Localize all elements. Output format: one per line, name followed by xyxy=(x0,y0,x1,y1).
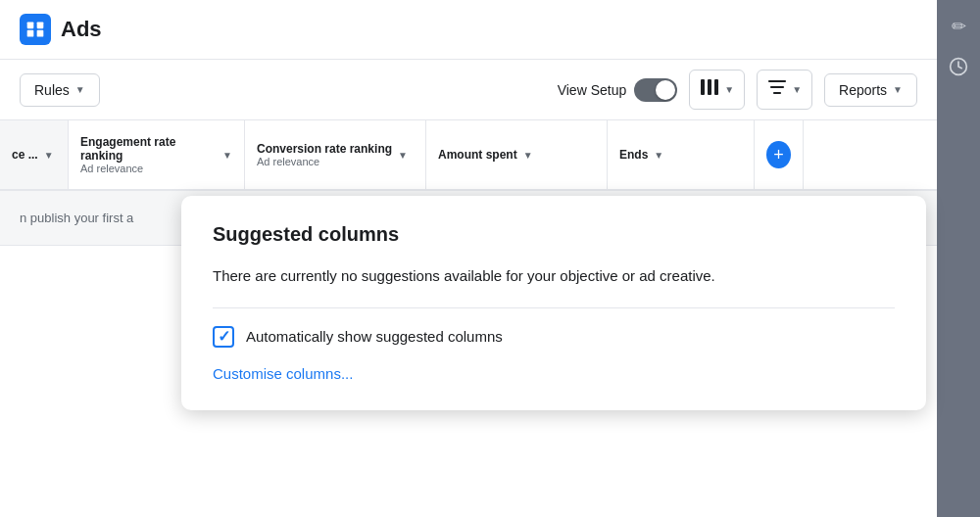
th-conversion[interactable]: Conversion rate ranking Ad relevance ▼ xyxy=(245,120,426,189)
popup-divider xyxy=(213,307,895,308)
reports-label: Reports xyxy=(839,82,887,98)
th-ends[interactable]: Ends ▼ xyxy=(608,120,755,189)
th-engagement-main: Engagement rate ranking xyxy=(80,135,217,163)
columns-chevron-icon: ▼ xyxy=(724,84,734,95)
popup-title: Suggested columns xyxy=(213,223,895,246)
th-first-text: ce ... xyxy=(12,148,38,162)
filter-icon xyxy=(767,78,787,101)
auto-show-label: Automatically show suggested columns xyxy=(246,328,503,345)
svg-rect-6 xyxy=(708,79,711,95)
th-conversion-label-group: Conversion rate ranking Ad relevance xyxy=(257,142,392,167)
th-first: ce ... ▼ xyxy=(0,120,69,189)
reports-chevron-icon: ▼ xyxy=(893,84,903,95)
history-icon[interactable] xyxy=(949,57,968,81)
th-amount-main: Amount spent xyxy=(438,148,517,162)
customise-columns-link[interactable]: Customise columns... xyxy=(213,365,353,382)
th-engagement-sub: Ad relevance xyxy=(80,163,217,174)
top-bar: Ads xyxy=(0,0,937,60)
filter-chevron-icon: ▼ xyxy=(792,84,802,95)
th-amount-sort-icon: ▼ xyxy=(523,150,533,161)
svg-rect-1 xyxy=(27,23,34,29)
svg-rect-4 xyxy=(37,30,44,37)
th-conversion-sub: Ad relevance xyxy=(257,156,392,167)
th-add-column[interactable]: + xyxy=(755,120,804,189)
svg-rect-3 xyxy=(27,30,34,37)
th-engagement[interactable]: Engagement rate ranking Ad relevance ▼ xyxy=(69,120,245,189)
toggle-knob xyxy=(656,80,675,100)
popup-container: Suggested columns There are currently no… xyxy=(181,196,926,410)
checkbox-check-icon: ✓ xyxy=(218,329,230,345)
rules-button[interactable]: Rules ▼ xyxy=(20,73,100,107)
add-column-button[interactable]: + xyxy=(766,141,791,168)
th-first-sort-icon: ▼ xyxy=(44,150,54,161)
svg-rect-2 xyxy=(37,23,44,29)
svg-rect-5 xyxy=(701,79,705,95)
edit-icon[interactable]: ✏ xyxy=(952,16,966,37)
th-ends-main: Ends xyxy=(619,148,648,162)
toolbar: Rules ▼ View Setup ▼ xyxy=(0,60,937,120)
view-setup-toggle-container: View Setup xyxy=(558,78,678,102)
ads-logo-icon xyxy=(20,14,51,45)
th-amount[interactable]: Amount spent ▼ xyxy=(426,120,608,189)
th-conversion-sort-icon: ▼ xyxy=(398,150,408,161)
th-amount-label-group: Amount spent xyxy=(438,148,517,162)
auto-show-checkbox-row: ✓ Automatically show suggested columns xyxy=(213,326,895,348)
popup-description: There are currently no suggestions avail… xyxy=(213,265,895,288)
th-engagement-label-group: Engagement rate ranking Ad relevance xyxy=(80,135,217,174)
th-ends-label-group: Ends xyxy=(619,148,648,162)
auto-show-checkbox[interactable]: ✓ xyxy=(213,326,234,348)
th-conversion-main: Conversion rate ranking xyxy=(257,142,392,156)
filter-button[interactable]: ▼ xyxy=(757,70,812,110)
table-header: ce ... ▼ Engagement rate ranking Ad rele… xyxy=(0,120,937,191)
suggested-columns-popup: Suggested columns There are currently no… xyxy=(181,196,980,410)
rules-label: Rules xyxy=(34,82,70,98)
page-title: Ads xyxy=(61,17,102,42)
th-engagement-sort-icon: ▼ xyxy=(222,150,232,161)
table-body-text: n publish your first a xyxy=(20,211,133,225)
view-setup-label: View Setup xyxy=(558,82,627,98)
view-setup-toggle[interactable] xyxy=(634,78,677,102)
th-ends-sort-icon: ▼ xyxy=(654,150,663,161)
reports-button[interactable]: Reports ▼ xyxy=(824,73,917,107)
columns-icon xyxy=(700,78,719,101)
columns-button[interactable]: ▼ xyxy=(689,70,745,110)
rules-chevron-icon: ▼ xyxy=(75,84,85,95)
svg-rect-7 xyxy=(714,79,718,95)
